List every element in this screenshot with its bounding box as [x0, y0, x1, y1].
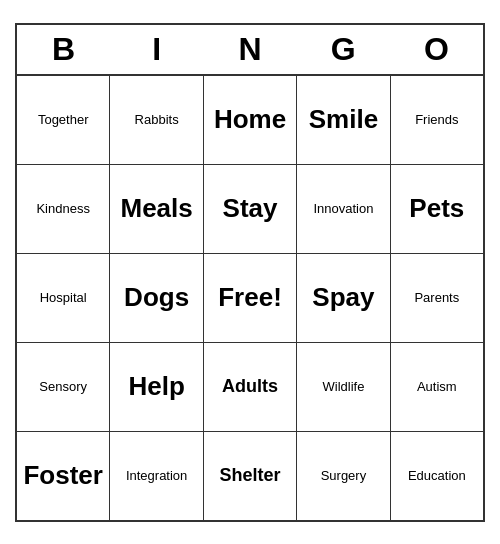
bingo-header: BINGO	[17, 25, 483, 76]
bingo-row-1: KindnessMealsStayInnovationPets	[17, 165, 483, 254]
bingo-cell-2-3: Spay	[297, 254, 390, 342]
bingo-row-3: SensoryHelpAdultsWildlifeAutism	[17, 343, 483, 432]
bingo-cell-4-0: Foster	[17, 432, 110, 520]
cell-text-4-4: Education	[408, 468, 466, 484]
bingo-cell-0-4: Friends	[391, 76, 483, 164]
bingo-cell-2-1: Dogs	[110, 254, 203, 342]
cell-text-2-1: Dogs	[124, 282, 189, 313]
header-letter-n: N	[203, 25, 296, 74]
bingo-cell-1-4: Pets	[391, 165, 483, 253]
header-letter-g: G	[297, 25, 390, 74]
cell-text-1-2: Stay	[223, 193, 278, 224]
cell-text-2-2: Free!	[218, 282, 282, 313]
cell-text-4-1: Integration	[126, 468, 187, 484]
cell-text-0-2: Home	[214, 104, 286, 135]
header-letter-o: O	[390, 25, 483, 74]
bingo-cell-2-4: Parents	[391, 254, 483, 342]
cell-text-4-3: Surgery	[321, 468, 367, 484]
bingo-cell-0-0: Together	[17, 76, 110, 164]
bingo-cell-3-1: Help	[110, 343, 203, 431]
cell-text-1-0: Kindness	[36, 201, 89, 217]
cell-text-0-4: Friends	[415, 112, 458, 128]
bingo-cell-3-4: Autism	[391, 343, 483, 431]
bingo-cell-1-3: Innovation	[297, 165, 390, 253]
header-letter-b: B	[17, 25, 110, 74]
bingo-cell-3-2: Adults	[204, 343, 297, 431]
cell-text-2-0: Hospital	[40, 290, 87, 306]
cell-text-0-3: Smile	[309, 104, 378, 135]
cell-text-3-0: Sensory	[39, 379, 87, 395]
bingo-card: BINGO TogetherRabbitsHomeSmileFriendsKin…	[15, 23, 485, 522]
bingo-cell-0-2: Home	[204, 76, 297, 164]
bingo-cell-3-3: Wildlife	[297, 343, 390, 431]
cell-text-3-3: Wildlife	[322, 379, 364, 395]
bingo-cell-4-4: Education	[391, 432, 483, 520]
bingo-row-0: TogetherRabbitsHomeSmileFriends	[17, 76, 483, 165]
cell-text-3-1: Help	[128, 371, 184, 402]
bingo-cell-1-2: Stay	[204, 165, 297, 253]
bingo-cell-2-0: Hospital	[17, 254, 110, 342]
bingo-cell-4-1: Integration	[110, 432, 203, 520]
cell-text-2-3: Spay	[312, 282, 374, 313]
bingo-cell-4-2: Shelter	[204, 432, 297, 520]
cell-text-1-1: Meals	[120, 193, 192, 224]
cell-text-1-3: Innovation	[313, 201, 373, 217]
header-letter-i: I	[110, 25, 203, 74]
cell-text-4-2: Shelter	[220, 465, 281, 487]
cell-text-3-4: Autism	[417, 379, 457, 395]
cell-text-0-1: Rabbits	[135, 112, 179, 128]
bingo-cell-1-1: Meals	[110, 165, 203, 253]
cell-text-4-0: Foster	[23, 460, 102, 491]
cell-text-1-4: Pets	[409, 193, 464, 224]
bingo-cell-1-0: Kindness	[17, 165, 110, 253]
cell-text-2-4: Parents	[414, 290, 459, 306]
bingo-cell-0-1: Rabbits	[110, 76, 203, 164]
bingo-row-4: FosterIntegrationShelterSurgeryEducation	[17, 432, 483, 520]
bingo-row-2: HospitalDogsFree!SpayParents	[17, 254, 483, 343]
bingo-cell-2-2: Free!	[204, 254, 297, 342]
bingo-cell-3-0: Sensory	[17, 343, 110, 431]
cell-text-3-2: Adults	[222, 376, 278, 398]
bingo-cell-0-3: Smile	[297, 76, 390, 164]
bingo-body: TogetherRabbitsHomeSmileFriendsKindnessM…	[17, 76, 483, 520]
bingo-cell-4-3: Surgery	[297, 432, 390, 520]
cell-text-0-0: Together	[38, 112, 89, 128]
